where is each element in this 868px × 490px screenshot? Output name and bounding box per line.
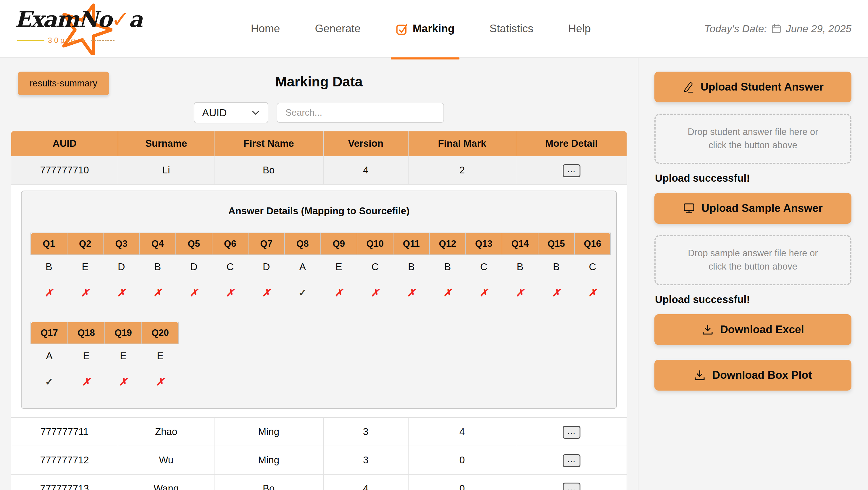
cross-icon: ✗ [479, 287, 488, 298]
cell-final-mark: 0 [408, 446, 516, 474]
cell-more-detail: ... [516, 474, 627, 490]
student-answer-cell: B [538, 255, 575, 281]
cell-surname: Wang [118, 474, 214, 490]
download-excel-label: Download Excel [720, 324, 804, 336]
student-answer-cell: E [321, 255, 357, 281]
nav-item-home[interactable]: Home [251, 23, 280, 35]
student-answer-cell: D [103, 255, 140, 281]
student-answer-cell: E [68, 344, 105, 370]
content-column: results-summary Marking Data AUID [0, 58, 639, 490]
cross-icon: ✗ [117, 287, 126, 298]
upload-sample-label: Upload Sample Answer [702, 202, 823, 215]
cross-icon: ✗ [552, 287, 561, 298]
cell-first-name: Ming [214, 446, 323, 474]
tagline-line-left [17, 40, 44, 41]
header: ExamNo✓a 30pro + Home Generate Marking S… [0, 0, 868, 58]
download-icon [694, 369, 706, 381]
marking-table-body: 777777710LiBo42... Answer Details (Mappi… [11, 156, 627, 490]
table-row: 777777712WuMing30... [11, 446, 627, 474]
cell-auid: 777777712 [11, 446, 118, 474]
question-header: Q3 [103, 233, 140, 255]
question-header: Q15 [538, 233, 575, 255]
nav-item-marking[interactable]: Marking [396, 23, 455, 35]
upload-student-answer-button[interactable]: Upload Student Answer [654, 71, 851, 102]
col-header-version[interactable]: Version [323, 131, 408, 156]
search-input[interactable] [277, 103, 444, 123]
mark-wrong-cell: ✗ [212, 281, 249, 307]
cross-icon: ✗ [335, 287, 343, 298]
question-header: Q12 [430, 233, 466, 255]
student-answer-cell: E [67, 255, 103, 281]
date-label: Today's Date: [704, 23, 767, 35]
mark-wrong-cell: ✗ [430, 281, 466, 307]
marking-checkbox-icon [396, 23, 408, 35]
student-answer-cell: B [31, 255, 67, 281]
col-header-auid[interactable]: AUID [11, 131, 118, 156]
spacer [654, 345, 851, 360]
col-header-surname[interactable]: Surname [118, 131, 214, 156]
mark-wrong-cell: ✗ [248, 281, 285, 307]
mark-wrong-cell: ✗ [105, 370, 142, 396]
download-excel-button[interactable]: Download Excel [654, 314, 851, 345]
col-header-first-name[interactable]: First Name [214, 131, 323, 156]
date-value: June 29, 2025 [786, 23, 851, 35]
question-header: Q6 [212, 233, 249, 255]
answer-details-cell: Answer Details (Mapping to Sourcefile) Q… [11, 184, 627, 418]
question-header: Q13 [466, 233, 502, 255]
examnova-logo[interactable]: ExamNo✓a 30pro + [13, 0, 137, 57]
main-area: results-summary Marking Data AUID [0, 58, 868, 490]
marking-table: AUID Surname First Name Version Final Ma… [11, 131, 627, 490]
cell-version: 3 [323, 446, 408, 474]
filter-select[interactable]: AUID [194, 102, 268, 123]
table-row: 777777713WangBo40... [11, 474, 627, 490]
col-header-more-detail[interactable]: More Detail [516, 131, 627, 156]
cell-more-detail: ... [516, 156, 627, 184]
monitor-icon [683, 203, 695, 214]
upload-student-label: Upload Student Answer [701, 81, 824, 93]
question-header: Q18 [68, 322, 105, 344]
mark-wrong-cell: ✗ [538, 281, 575, 307]
cell-surname: Li [118, 156, 214, 184]
student-answer-cell: A [31, 344, 68, 370]
more-detail-button[interactable]: ... [563, 454, 581, 467]
nav-item-generate[interactable]: Generate [315, 23, 360, 35]
col-header-final-mark[interactable]: Final Mark [408, 131, 516, 156]
cell-first-name: Ming [214, 418, 323, 446]
student-answer-cell: B [140, 255, 176, 281]
more-detail-button[interactable]: ... [563, 164, 581, 177]
cross-icon: ✗ [407, 287, 416, 298]
cross-icon: ✗ [262, 287, 271, 298]
question-header: Q9 [321, 233, 357, 255]
brand-wordmark: ExamNo✓a [15, 6, 142, 32]
more-detail-button[interactable]: ... [563, 483, 581, 490]
check-icon: ✓ [45, 376, 54, 387]
student-answer-cell: B [393, 255, 430, 281]
question-header: Q1 [31, 233, 67, 255]
cross-icon: ✗ [588, 287, 597, 298]
results-summary-button[interactable]: results-summary [18, 71, 109, 95]
cross-icon: ✗ [443, 287, 452, 298]
mark-wrong-cell: ✗ [67, 281, 103, 307]
sample-answer-dropzone[interactable]: Drop sample answer file here or click th… [654, 235, 851, 285]
upload-sample-answer-button[interactable]: Upload Sample Answer [654, 193, 851, 224]
question-header: Q2 [67, 233, 103, 255]
cell-version: 3 [323, 418, 408, 446]
answer-details-panel: Answer Details (Mapping to Sourcefile) Q… [21, 190, 617, 409]
more-detail-button[interactable]: ... [563, 426, 581, 439]
cell-more-detail: ... [516, 418, 627, 446]
mark-wrong-cell: ✗ [357, 281, 394, 307]
nav-item-statistics[interactable]: Statistics [490, 23, 533, 35]
cell-auid: 777777710 [11, 156, 118, 184]
download-box-plot-button[interactable]: Download Box Plot [654, 360, 851, 391]
cross-icon: ✗ [45, 287, 53, 298]
student-answer-cell: D [248, 255, 285, 281]
student-answer-dropzone[interactable]: Drop student answer file here or click t… [654, 114, 851, 164]
nav-item-help[interactable]: Help [568, 23, 591, 35]
question-header: Q11 [393, 233, 430, 255]
mark-wrong-cell: ✗ [176, 281, 212, 307]
mark-wrong-cell: ✗ [321, 281, 357, 307]
cell-first-name: Bo [214, 474, 323, 490]
student-answer-cell: E [105, 344, 142, 370]
cross-icon: ✗ [82, 376, 91, 387]
question-header: Q20 [142, 322, 179, 344]
